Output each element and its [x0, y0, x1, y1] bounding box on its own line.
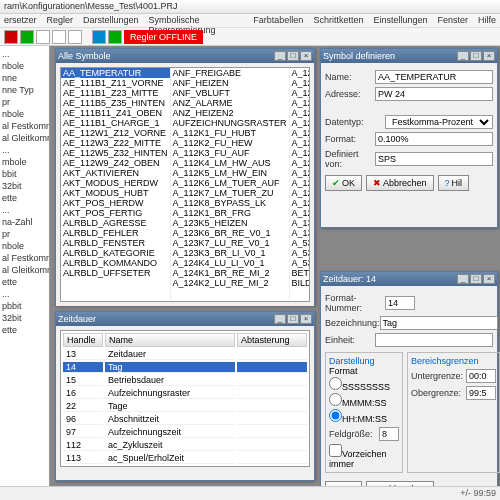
input-unit[interactable]	[375, 333, 493, 347]
window-titlebar[interactable]: Symbol definieren _□×	[321, 49, 497, 63]
window-titlebar[interactable]: Zeitdauer _□×	[56, 312, 314, 326]
symbol-item[interactable]: ANZ_HEIZEN2	[171, 108, 289, 118]
minimize-icon[interactable]: _	[457, 274, 469, 284]
maximize-icon[interactable]: □	[470, 51, 482, 61]
table-row[interactable]: 15Betriebsdauer	[63, 375, 307, 386]
symbol-item[interactable]: AE_111B1_Z23_MITTE	[61, 88, 170, 98]
symbol-item[interactable]: BETRIEBSDAUER	[290, 268, 310, 278]
menu-item[interactable]: Darstellungen	[83, 15, 139, 26]
menu-item[interactable]: Regler	[47, 15, 74, 26]
symbol-item[interactable]: AKT_MODUS_HERDW	[61, 178, 170, 188]
tool-icon[interactable]	[92, 30, 106, 44]
table-row[interactable]: 14Tag	[63, 362, 307, 373]
symbol-item[interactable]: AKT_POS_FERTIG	[61, 208, 170, 218]
tool-icon[interactable]	[108, 30, 122, 44]
tool-icon[interactable]	[20, 30, 34, 44]
radio-sssss[interactable]	[329, 377, 342, 390]
symbol-item[interactable]: A_112K4_LM_HW_AUS	[171, 158, 289, 168]
symbol-item[interactable]: A_130P2_HEIZEN	[290, 228, 310, 238]
symbol-item[interactable]: AKT_POS_HERDW	[61, 198, 170, 208]
symbol-item[interactable]: AE_111B1_CHARGE_1	[61, 118, 170, 128]
symbol-item[interactable]: AE_112W5_Z32_HINTEN	[61, 148, 170, 158]
input-bez[interactable]	[380, 316, 498, 330]
input-format[interactable]	[375, 132, 493, 146]
symbol-item[interactable]: AE_112W9_Z42_OBEN	[61, 158, 170, 168]
symbol-item[interactable]: A_123K8_MV_TUER_AUS	[290, 208, 310, 218]
close-icon[interactable]: ×	[300, 314, 312, 324]
symbol-item[interactable]: AA_TEMPERATUR	[61, 68, 170, 78]
symbol-item[interactable]: A_123K5_HEIZEN	[171, 218, 289, 228]
symbol-item[interactable]: A_124K7_LU_RE_HI_3	[290, 98, 310, 108]
symbol-item[interactable]: AE_111B11_Z41_OBEN	[61, 108, 170, 118]
table-row[interactable]: 22Tage	[63, 401, 307, 412]
input-lower[interactable]	[466, 369, 496, 383]
minimize-icon[interactable]: _	[274, 51, 286, 61]
tool-icon[interactable]	[68, 30, 82, 44]
symbol-item[interactable]: AKT_MODUS_HUBT	[61, 188, 170, 198]
symbol-item[interactable]: AE_112W1_Z12_VORNE	[61, 128, 170, 138]
symbol-item[interactable]: A_125K4_BR_LI_OB_4	[290, 148, 310, 158]
cancel-button[interactable]: ✖Abbrechen	[366, 175, 434, 191]
maximize-icon[interactable]: □	[287, 51, 299, 61]
maximize-icon[interactable]: □	[287, 314, 299, 324]
tool-icon[interactable]	[36, 30, 50, 44]
symbol-item[interactable]: A_124K4_BR_LI_MI_2	[290, 68, 310, 78]
symbol-item[interactable]: AE_111B1_Z11_VORNE	[61, 78, 170, 88]
help-button[interactable]: ?Hil	[438, 175, 470, 191]
table-row[interactable]: 96Abschnittzeit	[63, 414, 307, 425]
radio-mmss[interactable]	[329, 393, 342, 406]
symbol-item[interactable]: A_53P5_GELB_LEUFT	[290, 238, 310, 248]
symbol-item[interactable]: A_124K1_BR_RE_MI_2	[171, 268, 289, 278]
symbol-item[interactable]: ALRBLD_FENSTER	[61, 238, 170, 248]
symbol-item[interactable]: ALRBLD_KATEGORIE	[61, 248, 170, 258]
symbol-item[interactable]: A_112K1_BR_FRG	[171, 208, 289, 218]
symbol-item[interactable]: A_123K6_BR_RE_V0_1	[171, 228, 289, 238]
symbol-item[interactable]: A_123K7_LU_RE_V0_1	[171, 238, 289, 248]
symbol-item[interactable]: A_125K2_BR_RE_OB_4	[290, 128, 310, 138]
menu-item[interactable]: Farbtabellen	[253, 15, 303, 26]
symbol-item[interactable]: A_124K6_BR_RE_HI_3	[290, 88, 310, 98]
table-row[interactable]: 16Aufzeichnungsraster	[63, 388, 307, 399]
symbol-item[interactable]: ANF_VBLUFT	[171, 88, 289, 98]
symbol-item[interactable]: A_124K4_LU_LI_V0_1	[171, 258, 289, 268]
minimize-icon[interactable]: _	[274, 314, 286, 324]
close-icon[interactable]: ×	[483, 51, 495, 61]
symbol-item[interactable]: A_112K5_LM_HW_EIN	[171, 168, 289, 178]
symbol-item[interactable]: A_112K8_BYPASS_LK	[171, 198, 289, 208]
symbol-item[interactable]: A_123K3_BR_LI_V0_1	[171, 248, 289, 258]
input-upper[interactable]	[466, 386, 496, 400]
symbol-item[interactable]: A_112K3_FU_AUF	[171, 148, 289, 158]
input-addr[interactable]	[375, 87, 493, 101]
menu-item[interactable]: Einstellungen	[373, 15, 427, 26]
input-defby[interactable]	[375, 152, 493, 166]
table-row[interactable]: 112ac_Zykluszeit	[63, 440, 307, 451]
input-fieldsize[interactable]	[379, 427, 399, 441]
menu-item[interactable]: Fenster	[437, 15, 468, 26]
table-row[interactable]: 97Aufzeichnungszeit	[63, 427, 307, 438]
symbol-item[interactable]: A_112K6_LM_TUER_AUF	[171, 178, 289, 188]
symbol-item[interactable]: BILD_MODUS_HERDW	[290, 278, 310, 288]
symbol-item[interactable]: AE_111B5_Z35_HINTEN	[61, 98, 170, 108]
symbol-list[interactable]: AA_TEMPERATURAE_111B1_Z11_VORNEAE_111B1_…	[60, 67, 310, 302]
symbol-item[interactable]: ALRBLD_KOMMANDO	[61, 258, 170, 268]
symbol-item[interactable]: A_124K8_BR_LI_HI_3	[290, 108, 310, 118]
sidebar-tree[interactable]: ...nbolenne nne Typprnbole al Festkommaa…	[0, 46, 50, 500]
symbol-item[interactable]: ALRBLD_AGRESSE	[61, 218, 170, 228]
symbol-item[interactable]: A_112K7_LM_TUER_ZU	[171, 188, 289, 198]
table-row[interactable]: 13Zeitdauer	[63, 349, 307, 360]
window-titlebar[interactable]: Zeitdauer: 14 _□×	[321, 272, 497, 286]
symbol-item[interactable]: A_53K4_ROT_STOERUNG	[290, 258, 310, 268]
symbol-item[interactable]: A_124K5_LU_LI_MI_2	[290, 78, 310, 88]
ok-button[interactable]: ✔OK	[325, 175, 362, 191]
input-fmtnum[interactable]	[385, 296, 415, 310]
symbol-item[interactable]: ANF_HEIZEN	[171, 78, 289, 88]
symbol-item[interactable]: A_123K6_MV_TUER_AUF	[290, 188, 310, 198]
menu-item[interactable]: Schrittketten	[313, 15, 363, 26]
symbol-item[interactable]: AKT_AKTIVIEREN	[61, 168, 170, 178]
maximize-icon[interactable]: □	[470, 274, 482, 284]
symbol-item[interactable]: ANF_FREIGABE	[171, 68, 289, 78]
symbol-item[interactable]: A_125K1_LU_LI_HI_3	[290, 118, 310, 128]
menu-item[interactable]: ersetzer	[4, 15, 37, 26]
symbol-item[interactable]: AE_112W3_Z22_MITTE	[61, 138, 170, 148]
symbol-item[interactable]: A_129K5_SAMMERSTOER	[290, 178, 310, 188]
